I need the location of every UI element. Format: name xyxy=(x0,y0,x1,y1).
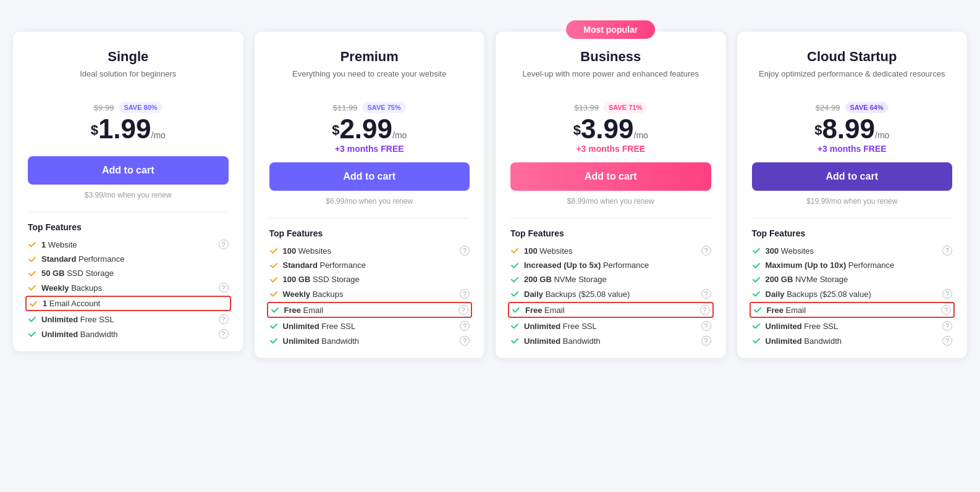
original-price-cloud: $24.99 xyxy=(816,103,840,112)
add-to-cart-btn-single[interactable]: Add to cart xyxy=(28,156,229,185)
top-features-label-business: Top Features xyxy=(510,228,711,238)
info-icon-feature-single-0[interactable]: ? xyxy=(219,240,229,249)
per-mo-business: /mo xyxy=(634,130,648,140)
free-months-business: +3 months FREE xyxy=(510,144,711,154)
info-icon-feature-business-0[interactable]: ? xyxy=(701,246,711,256)
feature-left-cloud-1: Maximum (Up to 10x) Performance xyxy=(752,261,895,270)
feature-text-single-3: Weekly Backups xyxy=(41,283,102,293)
price-amount-cloud: 8.99 xyxy=(822,114,875,144)
current-price-premium: $2.99/mo xyxy=(269,115,470,143)
feature-list-single: 1 Website ? Standard Performance 50 GB S… xyxy=(28,240,229,339)
pricing-container: SingleIdeal solution for beginners $9.99… xyxy=(12,12,968,359)
feature-item-single-2: 50 GB SSD Storage xyxy=(28,269,229,278)
check-icon xyxy=(512,306,520,314)
top-features-label-premium: Top Features xyxy=(269,228,470,238)
divider-cloud xyxy=(752,218,953,219)
info-icon-feature-business-3[interactable]: ? xyxy=(701,289,711,299)
current-price-single: $1.99/mo xyxy=(28,115,229,143)
feature-text-premium-3: Weekly Backups xyxy=(283,290,344,299)
feature-text-business-6: Unlimited Bandwidth xyxy=(524,336,601,346)
renew-price-cloud: $19.99/mo when you renew xyxy=(752,197,953,206)
info-icon-feature-premium-0[interactable]: ? xyxy=(460,246,470,256)
check-icon xyxy=(752,322,761,330)
feature-text-premium-2: 100 GB SSD Storage xyxy=(283,275,360,284)
dollar-sign-single: $ xyxy=(91,122,98,138)
feature-left-cloud-2: 200 GB NVMe Storage xyxy=(752,275,848,284)
feature-item-premium-5: Unlimited Free SSL ? xyxy=(269,321,470,331)
feature-item-single-1: Standard Performance xyxy=(28,254,229,264)
check-icon xyxy=(510,261,519,270)
feature-item-single-5: Unlimited Free SSL ? xyxy=(28,314,229,324)
check-icon xyxy=(510,336,519,345)
check-icon xyxy=(752,261,761,270)
info-icon-feature-single-3[interactable]: ? xyxy=(219,283,229,293)
info-icon-feature-business-6[interactable]: ? xyxy=(701,336,711,346)
info-icon-feature-business-5[interactable]: ? xyxy=(701,321,711,331)
info-icon-feature-cloud-0[interactable]: ? xyxy=(942,246,952,256)
feature-left-cloud-0: 300 Websites xyxy=(752,246,814,256)
divider-single xyxy=(28,212,229,212)
info-icon-feature-single-6[interactable]: ? xyxy=(219,329,229,339)
plan-name-single: Single xyxy=(28,49,229,65)
check-icon xyxy=(752,246,761,255)
info-icon-feature-business-4[interactable]: ? xyxy=(700,305,710,315)
per-mo-single: /mo xyxy=(151,130,166,140)
feature-text-cloud-1: Maximum (Up to 10x) Performance xyxy=(766,261,895,270)
feature-left-business-5: Unlimited Free SSL xyxy=(510,322,597,331)
feature-text-premium-6: Unlimited Bandwidth xyxy=(283,336,360,346)
renew-price-business: $8.99/mo when you renew xyxy=(510,197,711,206)
feature-left-premium-3: Weekly Backups xyxy=(269,290,344,299)
info-icon-feature-premium-4[interactable]: ? xyxy=(458,305,468,315)
per-mo-cloud: /mo xyxy=(875,130,889,140)
add-to-cart-btn-business[interactable]: Add to cart xyxy=(510,162,711,191)
plan-card-business: Most popularBusinessLevel-up with more p… xyxy=(495,31,727,359)
check-icon xyxy=(752,275,761,284)
feature-left-cloud-4: Free Email xyxy=(753,306,806,315)
info-icon-feature-cloud-6[interactable]: ? xyxy=(942,336,952,346)
add-to-cart-btn-premium[interactable]: Add to cart xyxy=(269,162,470,191)
feature-left-single-1: Standard Performance xyxy=(28,254,124,264)
info-icon-feature-cloud-5[interactable]: ? xyxy=(942,321,952,331)
feature-item-cloud-6: Unlimited Bandwidth ? xyxy=(752,336,953,346)
feature-left-single-5: Unlimited Free SSL xyxy=(28,315,114,324)
feature-left-premium-0: 100 Websites xyxy=(269,246,332,256)
check-icon xyxy=(752,290,761,298)
current-price-business: $3.99/mo xyxy=(510,115,711,143)
info-icon-feature-premium-6[interactable]: ? xyxy=(460,336,470,346)
check-icon xyxy=(510,246,519,255)
free-months-cloud: +3 months FREE xyxy=(752,144,953,154)
feature-item-single-3: Weekly Backups ? xyxy=(28,283,229,293)
info-icon-feature-cloud-4[interactable]: ? xyxy=(941,305,951,315)
feature-item-premium-3: Weekly Backups ? xyxy=(269,289,470,299)
price-amount-business: 3.99 xyxy=(581,114,634,144)
info-icon-feature-single-5[interactable]: ? xyxy=(219,314,229,324)
feature-text-single-2: 50 GB SSD Storage xyxy=(41,269,114,278)
info-icon-feature-premium-5[interactable]: ? xyxy=(460,321,470,331)
check-icon xyxy=(29,299,38,308)
info-icon-feature-cloud-3[interactable]: ? xyxy=(942,289,952,299)
check-icon xyxy=(269,290,278,298)
feature-left-premium-6: Unlimited Bandwidth xyxy=(269,336,360,346)
feature-left-single-4: 1 Email Account xyxy=(29,299,100,308)
feature-item-cloud-1: Maximum (Up to 10x) Performance xyxy=(752,261,953,270)
feature-item-single-4: 1 Email Account xyxy=(25,296,231,311)
feature-text-cloud-5: Unlimited Free SSL xyxy=(766,322,838,331)
add-to-cart-btn-cloud[interactable]: Add to cart xyxy=(752,162,953,191)
plan-card-single: SingleIdeal solution for beginners $9.99… xyxy=(12,31,244,352)
original-price-premium: $11.99 xyxy=(333,103,358,112)
info-icon-feature-premium-3[interactable]: ? xyxy=(460,289,470,299)
top-features-label-single: Top Features xyxy=(28,222,229,232)
free-months-premium: +3 months FREE xyxy=(269,144,470,154)
plan-card-premium: PremiumEverything you need to create you… xyxy=(254,31,486,359)
price-row-single: $9.99 SAVE 80% xyxy=(28,102,229,113)
feature-left-premium-2: 100 GB SSD Storage xyxy=(269,275,360,284)
check-icon xyxy=(269,275,278,284)
feature-left-cloud-6: Unlimited Bandwidth xyxy=(752,336,842,346)
price-row-business: $13.99 SAVE 71% xyxy=(510,102,711,113)
feature-text-cloud-2: 200 GB NVMe Storage xyxy=(766,275,848,284)
feature-text-cloud-0: 300 Websites xyxy=(766,246,814,256)
feature-left-cloud-5: Unlimited Free SSL xyxy=(752,322,838,331)
dollar-sign-business: $ xyxy=(573,122,581,138)
feature-text-business-4: Free Email xyxy=(525,306,565,315)
feature-item-single-6: Unlimited Bandwidth ? xyxy=(28,329,229,339)
